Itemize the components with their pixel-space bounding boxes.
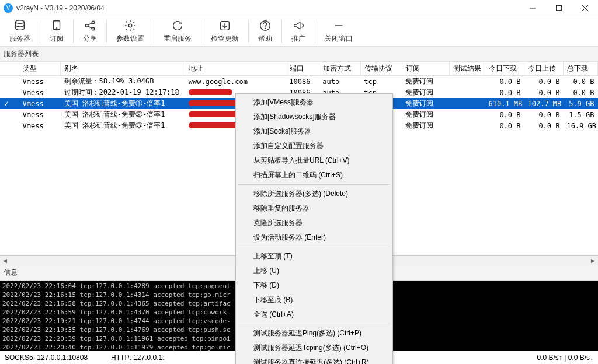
settings-label: 参数设置 (116, 34, 144, 44)
cell-check (0, 87, 19, 98)
svg-point-8 (85, 24, 88, 27)
cell-dl: 610.1 MB (485, 98, 524, 109)
titlebar: V v2rayN - V3.19 - 2020/06/04 (0, 0, 598, 16)
download-icon (218, 19, 231, 33)
context-menu-item[interactable]: 添加[VMess]服务器 (237, 95, 391, 110)
settings-button[interactable]: 参数设置 (112, 18, 149, 45)
restart-label: 重启服务 (164, 34, 192, 44)
col-check-header[interactable] (0, 62, 19, 76)
maximize-button[interactable] (545, 0, 572, 16)
context-menu-item[interactable]: 测试服务器延迟Ping(多选) (Ctrl+P) (237, 326, 391, 341)
toolbar-separator (154, 20, 154, 43)
status-speed: 0.0 B/s↑ | 0.0 B/s↓ (537, 354, 594, 362)
cell-type: Vmess (19, 109, 60, 120)
toolbar-separator (201, 20, 201, 43)
context-menu-separator (238, 184, 390, 185)
col-enc-header[interactable]: 加密方式 (319, 62, 360, 76)
col-addr-header[interactable]: 地址 (185, 62, 286, 76)
context-menu-item[interactable]: 克隆所选服务器 (237, 216, 391, 230)
cell-alias: 剩余流量：58.19% 3.04GB (61, 76, 185, 88)
cell-test (450, 87, 485, 98)
svg-line-11 (88, 23, 92, 25)
cell-check (0, 120, 19, 131)
cell-total: 0.0 B (564, 87, 598, 98)
cell-addr: www.google.com (185, 76, 286, 88)
promote-button[interactable]: 推广 (287, 18, 310, 45)
toolbar-separator (40, 20, 40, 43)
context-menu-item[interactable]: 全选 (Ctrl+A) (237, 307, 391, 322)
minus-icon (332, 19, 345, 33)
server-button[interactable]: 服务器 (5, 18, 35, 45)
cell-alias: 美国 洛杉矶普线-免费①-倍率1 (61, 98, 185, 109)
cell-dl: 0.0 B (485, 120, 524, 131)
context-menu[interactable]: 添加[VMess]服务器添加[Shadowsocks]服务器添加[Socks]服… (235, 93, 393, 364)
col-today-dl-header[interactable]: 今日下载 (485, 62, 524, 76)
col-total-dl-header[interactable]: 总下载 (564, 62, 598, 76)
context-menu-item[interactable]: 测试服务器延迟Tcping(多选) (Ctrl+O) (237, 341, 391, 355)
close-window-button[interactable]: 关闭窗口 (320, 18, 357, 45)
cell-ul: 0.0 B (524, 120, 564, 131)
col-alias-header[interactable]: 别名 (61, 62, 185, 76)
svg-point-13 (128, 24, 132, 27)
context-menu-item[interactable]: 上移 (U) (237, 264, 391, 278)
col-today-ul-header[interactable]: 今日上传 (524, 62, 564, 76)
window-title: v2rayN - V3.19 - 2020/06/04 (16, 4, 519, 12)
context-menu-item[interactable]: 测试服务器真连接延迟(多选) (Ctrl+R) (237, 355, 391, 364)
cell-total: 16.9 GB (564, 120, 598, 131)
context-menu-item[interactable]: 添加[Socks]服务器 (237, 124, 391, 139)
cell-dl: 0.0 B (485, 87, 524, 98)
cell-sub: 免费订阅 (402, 87, 449, 98)
col-sub-header[interactable]: 订阅 (402, 62, 449, 76)
question-icon (259, 19, 272, 33)
col-trans-header[interactable]: 传输协议 (360, 62, 402, 76)
context-menu-item[interactable]: 设为活动服务器 (Enter) (237, 230, 391, 245)
cell-ul: 0.0 B (524, 76, 564, 88)
toolbar: 服务器 订阅 分享 参数设置 重启服务 检查更新 帮助 推广 关闭窗口 (0, 16, 598, 47)
server-label: 服务器 (9, 34, 30, 44)
cell-test (450, 109, 485, 120)
update-label: 检查更新 (211, 34, 239, 44)
toolbar-separator (248, 20, 249, 43)
toolbar-separator (315, 20, 315, 43)
scroll-left-arrow[interactable]: ◄ (0, 256, 10, 266)
svg-rect-1 (556, 5, 561, 10)
cell-ul: 0.0 B (524, 87, 564, 98)
share-button[interactable]: 分享 (78, 18, 102, 45)
cell-alias: 过期时间：2022-01-19 12:17:18 (61, 87, 185, 98)
cell-sub: 免费订阅 (402, 98, 449, 109)
cell-alias: 美国 洛杉矶普线-免费③-倍率1 (61, 120, 185, 131)
close-button[interactable] (572, 0, 598, 16)
context-menu-item[interactable]: 添加自定义配置服务器 (237, 139, 391, 153)
table-row[interactable]: Vmess剩余流量：58.19% 3.04GBwww.google.com100… (0, 76, 598, 88)
help-button[interactable]: 帮助 (253, 18, 277, 45)
megaphone-icon (292, 19, 305, 33)
cell-test (450, 120, 485, 131)
restart-button[interactable]: 重启服务 (159, 18, 196, 45)
svg-point-10 (92, 27, 95, 30)
context-menu-item[interactable]: 从剪贴板导入批量URL (Ctrl+V) (237, 153, 391, 168)
cell-alias: 美国 洛杉矶普线-免费②-倍率1 (61, 109, 185, 120)
col-test-header[interactable]: 测试结果 (450, 62, 485, 76)
col-type-header[interactable]: 类型 (19, 62, 60, 76)
cell-total: 1.5 GB (564, 109, 598, 120)
share-icon (84, 19, 96, 33)
scroll-right-arrow[interactable]: ► (588, 256, 598, 266)
col-port-header[interactable]: 端口 (286, 62, 319, 76)
cell-sub: 免费订阅 (402, 109, 449, 120)
cell-enc: auto (319, 76, 360, 88)
context-menu-item[interactable]: 上移至顶 (T) (237, 249, 391, 264)
refresh-icon (171, 19, 184, 33)
context-menu-separator (238, 324, 390, 324)
context-menu-item[interactable]: 移除所选服务器(多选) (Delete) (237, 187, 391, 201)
minimize-button[interactable] (519, 0, 545, 16)
context-menu-separator (238, 247, 390, 247)
context-menu-item[interactable]: 扫描屏幕上的二维码 (Ctrl+S) (237, 168, 391, 183)
subscribe-button[interactable]: 订阅 (45, 18, 68, 45)
share-label: 分享 (83, 34, 97, 44)
context-menu-item[interactable]: 移除重复的服务器 (237, 201, 391, 216)
context-menu-item[interactable]: 下移 (D) (237, 278, 391, 293)
update-button[interactable]: 检查更新 (206, 18, 244, 45)
context-menu-item[interactable]: 添加[Shadowsocks]服务器 (237, 110, 391, 124)
context-menu-item[interactable]: 下移至底 (B) (237, 293, 391, 307)
subscribe-label: 订阅 (50, 34, 64, 44)
